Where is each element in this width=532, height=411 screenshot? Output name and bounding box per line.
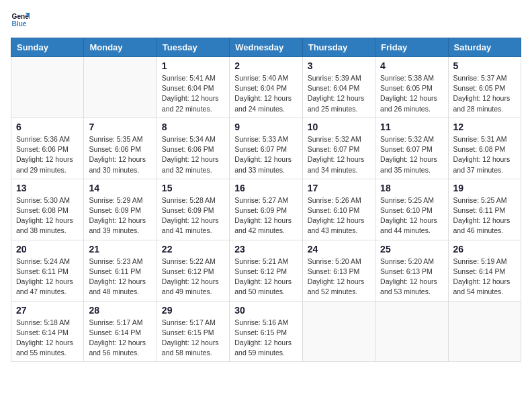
- calendar-cell: [448, 301, 521, 362]
- day-number: 15: [162, 183, 224, 193]
- day-number: 5: [453, 60, 516, 71]
- day-info: Sunrise: 5:22 AM Sunset: 6:12 PM Dayligh…: [162, 257, 224, 298]
- day-number: 17: [308, 183, 370, 193]
- calendar-cell: 27Sunrise: 5:18 AM Sunset: 6:14 PM Dayli…: [11, 301, 84, 362]
- week-row-1: 1Sunrise: 5:41 AM Sunset: 6:04 PM Daylig…: [11, 57, 521, 118]
- calendar-cell: [11, 57, 84, 118]
- calendar-cell: 14Sunrise: 5:29 AM Sunset: 6:09 PM Dayli…: [84, 179, 157, 240]
- day-number: 7: [89, 122, 151, 132]
- day-info: Sunrise: 5:23 AM Sunset: 6:11 PM Dayligh…: [89, 257, 151, 298]
- day-info: Sunrise: 5:20 AM Sunset: 6:13 PM Dayligh…: [380, 257, 443, 298]
- day-number: 13: [16, 183, 79, 193]
- svg-text:Blue: Blue: [12, 20, 27, 28]
- week-row-5: 27Sunrise: 5:18 AM Sunset: 6:14 PM Dayli…: [11, 301, 521, 362]
- day-info: Sunrise: 5:38 AM Sunset: 6:05 PM Dayligh…: [380, 73, 443, 114]
- day-number: 14: [89, 183, 151, 193]
- calendar-cell: [84, 57, 157, 118]
- calendar-cell: 26Sunrise: 5:19 AM Sunset: 6:14 PM Dayli…: [448, 240, 521, 301]
- calendar-cell: 22Sunrise: 5:22 AM Sunset: 6:12 PM Dayli…: [157, 240, 229, 301]
- day-info: Sunrise: 5:32 AM Sunset: 6:07 PM Dayligh…: [380, 134, 443, 175]
- day-info: Sunrise: 5:41 AM Sunset: 6:04 PM Dayligh…: [162, 73, 224, 114]
- day-number: 6: [16, 122, 79, 132]
- day-info: Sunrise: 5:24 AM Sunset: 6:11 PM Dayligh…: [16, 257, 79, 298]
- day-info: Sunrise: 5:27 AM Sunset: 6:09 PM Dayligh…: [234, 195, 297, 236]
- day-info: Sunrise: 5:17 AM Sunset: 6:14 PM Dayligh…: [89, 318, 151, 359]
- calendar-cell: 25Sunrise: 5:20 AM Sunset: 6:13 PM Dayli…: [375, 240, 448, 301]
- week-row-4: 20Sunrise: 5:24 AM Sunset: 6:11 PM Dayli…: [11, 240, 521, 301]
- calendar-cell: 18Sunrise: 5:25 AM Sunset: 6:10 PM Dayli…: [375, 179, 448, 240]
- calendar-table: SundayMondayTuesdayWednesdayThursdayFrid…: [11, 38, 521, 362]
- calendar-cell: 19Sunrise: 5:25 AM Sunset: 6:11 PM Dayli…: [448, 179, 521, 240]
- day-number: 19: [453, 183, 516, 193]
- day-info: Sunrise: 5:18 AM Sunset: 6:14 PM Dayligh…: [16, 318, 79, 359]
- day-info: Sunrise: 5:40 AM Sunset: 6:04 PM Dayligh…: [234, 73, 297, 114]
- weekday-header-tuesday: Tuesday: [157, 38, 229, 57]
- day-info: Sunrise: 5:25 AM Sunset: 6:11 PM Dayligh…: [453, 195, 516, 236]
- calendar-cell: [302, 301, 375, 362]
- calendar-cell: 24Sunrise: 5:20 AM Sunset: 6:13 PM Dayli…: [302, 240, 375, 301]
- day-number: 11: [380, 122, 443, 132]
- day-info: Sunrise: 5:16 AM Sunset: 6:15 PM Dayligh…: [234, 318, 297, 359]
- day-number: 20: [16, 244, 79, 255]
- week-row-3: 13Sunrise: 5:30 AM Sunset: 6:08 PM Dayli…: [11, 179, 521, 240]
- weekday-header-sunday: Sunday: [11, 38, 84, 57]
- week-row-2: 6Sunrise: 5:36 AM Sunset: 6:06 PM Daylig…: [11, 118, 521, 179]
- day-info: Sunrise: 5:19 AM Sunset: 6:14 PM Dayligh…: [453, 257, 516, 298]
- day-number: 9: [234, 122, 297, 132]
- calendar-cell: 20Sunrise: 5:24 AM Sunset: 6:11 PM Dayli…: [11, 240, 84, 301]
- day-number: 2: [234, 60, 297, 71]
- day-number: 18: [380, 183, 443, 193]
- day-info: Sunrise: 5:36 AM Sunset: 6:06 PM Dayligh…: [16, 134, 79, 175]
- day-number: 24: [308, 244, 370, 255]
- calendar-cell: 28Sunrise: 5:17 AM Sunset: 6:14 PM Dayli…: [84, 301, 157, 362]
- day-number: 27: [16, 305, 79, 316]
- day-info: Sunrise: 5:28 AM Sunset: 6:09 PM Dayligh…: [162, 195, 224, 236]
- day-info: Sunrise: 5:30 AM Sunset: 6:08 PM Dayligh…: [16, 195, 79, 236]
- logo: General Blue: [11, 11, 32, 30]
- day-info: Sunrise: 5:26 AM Sunset: 6:10 PM Dayligh…: [308, 195, 370, 236]
- calendar-cell: 4Sunrise: 5:38 AM Sunset: 6:05 PM Daylig…: [375, 57, 448, 118]
- weekday-header-friday: Friday: [375, 38, 448, 57]
- calendar-cell: 1Sunrise: 5:41 AM Sunset: 6:04 PM Daylig…: [157, 57, 229, 118]
- logo-icon: General Blue: [11, 11, 30, 30]
- weekday-header-wednesday: Wednesday: [230, 38, 302, 57]
- calendar-cell: 8Sunrise: 5:34 AM Sunset: 6:06 PM Daylig…: [157, 118, 229, 179]
- day-number: 1: [162, 60, 224, 71]
- calendar-cell: 16Sunrise: 5:27 AM Sunset: 6:09 PM Dayli…: [230, 179, 302, 240]
- calendar-cell: 10Sunrise: 5:32 AM Sunset: 6:07 PM Dayli…: [302, 118, 375, 179]
- day-info: Sunrise: 5:39 AM Sunset: 6:04 PM Dayligh…: [308, 73, 370, 114]
- day-info: Sunrise: 5:32 AM Sunset: 6:07 PM Dayligh…: [308, 134, 370, 175]
- calendar-cell: 30Sunrise: 5:16 AM Sunset: 6:15 PM Dayli…: [230, 301, 302, 362]
- weekday-header-row: SundayMondayTuesdayWednesdayThursdayFrid…: [11, 38, 521, 57]
- day-number: 28: [89, 305, 151, 316]
- day-number: 23: [234, 244, 297, 255]
- day-info: Sunrise: 5:31 AM Sunset: 6:08 PM Dayligh…: [453, 134, 516, 175]
- day-info: Sunrise: 5:29 AM Sunset: 6:09 PM Dayligh…: [89, 195, 151, 236]
- calendar-cell: 13Sunrise: 5:30 AM Sunset: 6:08 PM Dayli…: [11, 179, 84, 240]
- calendar-cell: [375, 301, 448, 362]
- calendar-cell: 21Sunrise: 5:23 AM Sunset: 6:11 PM Dayli…: [84, 240, 157, 301]
- day-number: 26: [453, 244, 516, 255]
- day-number: 10: [308, 122, 370, 132]
- day-number: 12: [453, 122, 516, 132]
- calendar-cell: 3Sunrise: 5:39 AM Sunset: 6:04 PM Daylig…: [302, 57, 375, 118]
- day-number: 21: [89, 244, 151, 255]
- calendar-cell: 9Sunrise: 5:33 AM Sunset: 6:07 PM Daylig…: [230, 118, 302, 179]
- page-header: General Blue: [11, 11, 521, 30]
- calendar-cell: 17Sunrise: 5:26 AM Sunset: 6:10 PM Dayli…: [302, 179, 375, 240]
- day-number: 3: [308, 60, 370, 71]
- day-info: Sunrise: 5:34 AM Sunset: 6:06 PM Dayligh…: [162, 134, 224, 175]
- day-number: 16: [234, 183, 297, 193]
- day-number: 4: [380, 60, 443, 71]
- day-info: Sunrise: 5:35 AM Sunset: 6:06 PM Dayligh…: [89, 134, 151, 175]
- day-info: Sunrise: 5:25 AM Sunset: 6:10 PM Dayligh…: [380, 195, 443, 236]
- day-number: 29: [162, 305, 224, 316]
- weekday-header-saturday: Saturday: [448, 38, 521, 57]
- day-number: 25: [380, 244, 443, 255]
- calendar-cell: 2Sunrise: 5:40 AM Sunset: 6:04 PM Daylig…: [230, 57, 302, 118]
- weekday-header-monday: Monday: [84, 38, 157, 57]
- day-info: Sunrise: 5:33 AM Sunset: 6:07 PM Dayligh…: [234, 134, 297, 175]
- calendar-cell: 5Sunrise: 5:37 AM Sunset: 6:05 PM Daylig…: [448, 57, 521, 118]
- day-info: Sunrise: 5:17 AM Sunset: 6:15 PM Dayligh…: [162, 318, 224, 359]
- calendar-cell: 12Sunrise: 5:31 AM Sunset: 6:08 PM Dayli…: [448, 118, 521, 179]
